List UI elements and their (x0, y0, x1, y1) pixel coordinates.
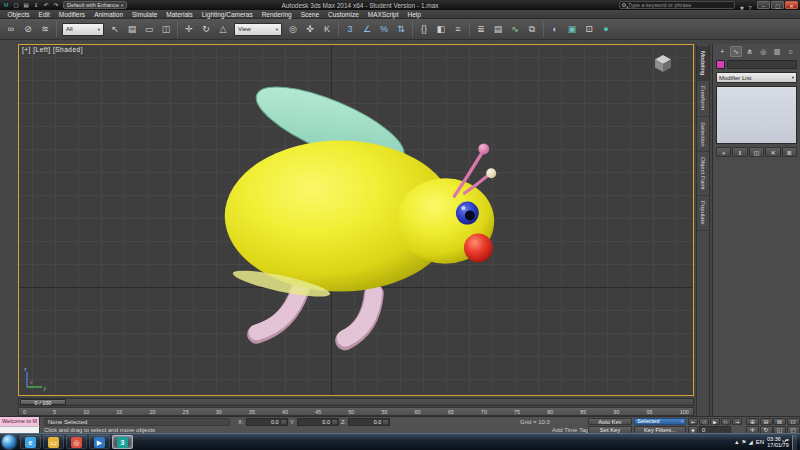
ribbon-toggle-icon[interactable]: ▤ (490, 21, 506, 38)
z-coordinate-field[interactable]: 0.0 (348, 418, 390, 426)
tray-hidden-icons-button[interactable]: ▲ (734, 439, 739, 445)
redo-icon[interactable]: ↷ (52, 1, 60, 9)
select-and-link-icon[interactable]: ∞ (3, 21, 19, 38)
show-desktop-button[interactable] (792, 435, 797, 450)
viewport-label[interactable]: [+] [Left] [Shaded] (22, 46, 83, 53)
align-icon[interactable]: ≡ (450, 21, 466, 38)
zoom-button[interactable]: ⊕ (746, 418, 759, 426)
curve-editor-icon[interactable]: ∿ (507, 21, 523, 38)
help-icon[interactable]: ? (746, 5, 754, 11)
layer-manager-icon[interactable]: ≣ (473, 21, 489, 38)
motion-tab[interactable]: ◎ (757, 46, 770, 57)
viewcube[interactable] (653, 53, 673, 73)
y-coordinate-field[interactable]: 0.0 (297, 418, 339, 426)
close-button[interactable]: ✕ (785, 1, 798, 9)
go-to-start-button[interactable]: ⇤ (688, 418, 698, 426)
time-slider[interactable]: 0 / 100 (18, 398, 694, 406)
bind-to-space-warp-icon[interactable]: ≋ (37, 21, 53, 38)
taskbar-internet-explorer[interactable]: e (20, 435, 41, 449)
go-to-end-button[interactable]: ⇥ (732, 418, 742, 426)
minimize-button[interactable]: – (757, 1, 770, 9)
menu-customize[interactable]: Customize (324, 10, 364, 19)
spinner-snap-icon[interactable]: ⇅ (393, 21, 409, 38)
maximize-button[interactable]: ▢ (771, 1, 784, 9)
menu-materials[interactable]: Materials (162, 10, 197, 19)
modifier-stack-list[interactable] (716, 86, 797, 144)
rectangular-selection-icon[interactable]: ▭ (141, 21, 157, 38)
select-object-icon[interactable]: ↖ (107, 21, 123, 38)
unlink-selection-icon[interactable]: ⊘ (20, 21, 36, 38)
tray-flag-icon[interactable]: ⚑ (742, 439, 747, 445)
search-input[interactable] (628, 2, 732, 9)
select-by-name-icon[interactable]: ▤ (124, 21, 140, 38)
menu-scene[interactable]: Scene (296, 10, 323, 19)
menu-lighting-cameras[interactable]: Lighting/Cameras (197, 10, 257, 19)
show-end-result-button[interactable]: ‖ (732, 147, 747, 157)
keyboard-override-icon[interactable]: K (319, 21, 335, 38)
mirror-icon[interactable]: ◧ (433, 21, 449, 38)
add-time-tag-button[interactable]: Add Time Tag (552, 427, 589, 433)
time-slider-handle[interactable]: 0 / 100 (20, 399, 66, 405)
create-tab[interactable]: + (716, 46, 729, 57)
clock[interactable]: 03:36 ص 17/01/79 (767, 436, 789, 449)
maxscript-mini-listener[interactable]: Welcome to M (0, 417, 40, 426)
edit-named-selection-sets-icon[interactable]: {} (416, 21, 432, 38)
menu-animation[interactable]: Animation (90, 10, 128, 19)
x-coordinate-field[interactable]: 0.0 (246, 418, 288, 426)
angle-snap-icon[interactable]: ∠ (359, 21, 375, 38)
ribbon-tab-object-paint[interactable]: Object Paint (697, 152, 709, 196)
track-bar[interactable]: 0510152025303540455055606570758085909510… (18, 407, 694, 416)
schematic-view-icon[interactable]: ⧉ (524, 21, 540, 38)
ribbon-tab-selection[interactable]: Selection (697, 117, 709, 153)
material-editor-icon[interactable]: ◐ (547, 21, 563, 38)
window-crossing-icon[interactable]: ◫ (158, 21, 174, 38)
ribbon-tab-freeform[interactable]: Freeform (697, 81, 709, 116)
snaps-toggle-icon[interactable]: 3 (342, 21, 358, 38)
undo-icon[interactable]: ↶ (42, 1, 50, 9)
select-and-move-icon[interactable]: ✛ (181, 21, 197, 38)
taskbar-chrome[interactable]: ◎ (66, 435, 87, 449)
start-button[interactable] (2, 435, 16, 449)
select-and-scale-icon[interactable]: △ (215, 21, 231, 38)
taskbar-3ds-max[interactable]: 3 (112, 435, 133, 449)
configure-modifier-sets-button[interactable]: ≣ (782, 147, 797, 157)
next-frame-button[interactable]: ▷ (721, 418, 731, 426)
application-button[interactable]: M (2, 1, 10, 9)
use-pivot-point-icon[interactable]: ◎ (285, 21, 301, 38)
render-setup-icon[interactable]: ▣ (564, 21, 580, 38)
menu-rendering[interactable]: Rendering (257, 10, 296, 19)
make-unique-button[interactable]: ◫ (749, 147, 764, 157)
auto-key-button[interactable]: Auto Key (588, 418, 632, 426)
percent-snap-icon[interactable]: % (376, 21, 392, 38)
object-name-field[interactable] (727, 60, 797, 69)
search-box[interactable] (619, 1, 735, 9)
modify-tab[interactable]: ∿ (730, 46, 743, 57)
remove-modifier-button[interactable]: ✕ (765, 147, 780, 157)
pin-stack-button[interactable]: ⌖ (716, 147, 731, 157)
reference-coordinate-dropdown[interactable]: View ▾ (234, 23, 282, 36)
hierarchy-tab[interactable]: ⋔ (743, 46, 756, 57)
display-tab[interactable]: ▥ (771, 46, 784, 57)
save-file-icon[interactable]: ⇓ (32, 1, 40, 9)
play-button[interactable]: ▶ (710, 418, 720, 426)
zoom-all-button[interactable]: ⊞ (760, 418, 773, 426)
modifier-list-dropdown[interactable]: Modifier List ▾ (716, 72, 797, 83)
select-and-rotate-icon[interactable]: ↻ (198, 21, 214, 38)
selection-set-dropdown[interactable]: Selected ▾ (634, 418, 686, 426)
render-production-icon[interactable]: ● (598, 21, 614, 38)
previous-frame-button[interactable]: ◁ (699, 418, 709, 426)
open-file-icon[interactable]: ▤ (22, 1, 30, 9)
menu-help[interactable]: Help (403, 10, 425, 19)
tray-network-icon[interactable]: ◢ (748, 439, 752, 445)
menu-simulate[interactable]: Simulate (128, 10, 162, 19)
language-indicator[interactable]: EN (756, 439, 764, 445)
ribbon-tab-populate[interactable]: Populate (697, 196, 709, 231)
selection-filter-dropdown[interactable]: All ▾ (62, 23, 104, 36)
ribbon-tab-modeling[interactable]: Modeling (697, 46, 709, 81)
zoom-extents-button[interactable]: ⊠ (773, 418, 786, 426)
menu-objects[interactable]: Objects (3, 10, 34, 19)
rendered-frame-icon[interactable]: ⊡ (581, 21, 597, 38)
menu-maxscript[interactable]: MAXScript (363, 10, 403, 19)
select-and-manipulate-icon[interactable]: ✜ (302, 21, 318, 38)
zoom-extents-all-button[interactable]: ⊡ (787, 418, 800, 426)
